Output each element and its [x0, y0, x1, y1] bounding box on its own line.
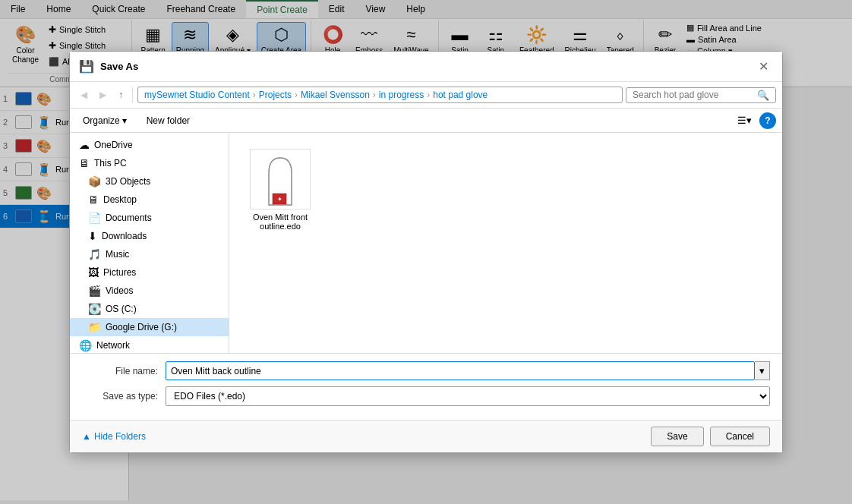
nav-separator: [132, 87, 133, 102]
save-type-row: Save as type: EDO Files (*.edo): [82, 386, 770, 406]
toolbar-row: Organize ▾ New folder ☰▾ ?: [70, 109, 782, 133]
downloads-icon: ⬇: [88, 230, 97, 242]
3d-objects-icon: 📦: [88, 175, 101, 187]
tree-item-downloads[interactable]: ⬇ Downloads: [70, 227, 229, 245]
breadcrumb-sep-3: ›: [373, 90, 376, 100]
filename-label: File name:: [82, 366, 166, 376]
onedrive-icon: ☁: [79, 139, 90, 151]
organize-label: Organize: [83, 115, 120, 126]
file-item-oven-mitt-front[interactable]: ✦ Oven Mitt frontoutline.edo: [238, 142, 322, 238]
oven-mitt-svg: ✦: [257, 152, 303, 206]
view-toggle-button[interactable]: ☰▾: [733, 112, 756, 129]
new-folder-button[interactable]: New folder: [140, 112, 197, 129]
save-button[interactable]: Save: [651, 427, 703, 446]
tree-item-this-pc[interactable]: 🖥 This PC: [70, 154, 229, 172]
breadcrumb-in-progress[interactable]: in progress: [379, 90, 424, 100]
breadcrumb-sep-1: ›: [253, 90, 256, 100]
dialog-close-button[interactable]: ✕: [754, 58, 773, 75]
breadcrumb-projects[interactable]: Projects: [259, 90, 292, 100]
search-icon: 🔍: [757, 90, 769, 101]
search-input[interactable]: [633, 90, 754, 100]
breadcrumb-sep-2: ›: [295, 90, 298, 100]
desktop-label: Desktop: [103, 194, 137, 205]
os-c-icon: 💽: [88, 303, 101, 315]
documents-icon: 📄: [88, 212, 101, 224]
tree-item-3d-objects[interactable]: 📦 3D Objects: [70, 172, 229, 191]
file-tree: ☁ OneDrive 🖥 This PC 📦 3D Objects 🖥 Desk…: [70, 133, 229, 353]
nav-up-button[interactable]: ↑: [114, 87, 128, 103]
documents-label: Documents: [106, 213, 152, 223]
search-box: 🔍: [626, 87, 776, 103]
videos-label: Videos: [106, 285, 133, 296]
tree-item-videos[interactable]: 🎬 Videos: [70, 282, 229, 300]
google-drive-label: Google Drive (G:): [106, 322, 177, 332]
breadcrumb-sep-4: ›: [427, 90, 430, 100]
save-type-select[interactable]: EDO Files (*.edo): [166, 386, 770, 406]
tree-item-documents[interactable]: 📄 Documents: [70, 209, 229, 227]
breadcrumb-mysewnet[interactable]: mySewnet Studio Content: [144, 90, 250, 100]
tree-item-network[interactable]: 🌐 Network: [70, 336, 229, 353]
nav-forward-button[interactable]: ▶: [95, 87, 111, 103]
tree-item-onedrive[interactable]: ☁ OneDrive: [70, 136, 229, 154]
network-icon: 🌐: [79, 339, 92, 351]
filename-input-wrapper: ▾: [166, 361, 770, 380]
nav-bar: ◀ ▶ ↑ mySewnet Studio Content › Projects…: [70, 82, 782, 109]
file-name-oven-mitt: Oven Mitt frontoutline.edo: [253, 213, 308, 231]
dialog-overlay: 💾 Save As ✕ ◀ ▶ ↑ mySewnet Studio Conten…: [0, 0, 852, 500]
hide-folders-label: Hide Folders: [94, 431, 146, 442]
pictures-icon: 🖼: [88, 266, 99, 279]
dialog-title-bar: 💾 Save As ✕: [70, 52, 782, 82]
main-area: 1 🎨 2 🧵 Running Stitch 3 🎨 4 🧵 Running S…: [0, 87, 852, 500]
os-c-label: OS (C:): [106, 304, 137, 314]
breadcrumb-mikael[interactable]: Mikael Svensson: [301, 90, 370, 100]
breadcrumb-bar[interactable]: mySewnet Studio Content › Projects › Mik…: [137, 87, 623, 103]
google-drive-icon: 📁: [88, 321, 101, 333]
3d-objects-label: 3D Objects: [106, 176, 150, 187]
nav-back-button[interactable]: ◀: [76, 87, 92, 103]
help-button[interactable]: ?: [759, 112, 776, 129]
filename-dropdown-button[interactable]: ▾: [755, 361, 770, 380]
hide-folders-button[interactable]: ▲ Hide Folders: [82, 431, 146, 442]
breadcrumb-hot-pad[interactable]: hot pad glove: [433, 90, 488, 100]
onedrive-label: OneDrive: [94, 140, 133, 150]
tree-item-music[interactable]: 🎵 Music: [70, 245, 229, 263]
save-type-label: Save as type:: [82, 391, 166, 402]
this-pc-label: This PC: [94, 158, 127, 169]
dialog-footer: ▲ Hide Folders Save Cancel: [70, 420, 782, 452]
save-as-dialog: 💾 Save As ✕ ◀ ▶ ↑ mySewnet Studio Conten…: [69, 51, 783, 453]
view-controls: ☰▾ ?: [733, 112, 776, 129]
dialog-body: ☁ OneDrive 🖥 This PC 📦 3D Objects 🖥 Desk…: [70, 133, 782, 353]
filename-input[interactable]: [166, 361, 755, 380]
file-view: ✦ Oven Mitt frontoutline.edo: [229, 133, 782, 353]
videos-icon: 🎬: [88, 285, 101, 297]
music-icon: 🎵: [88, 248, 101, 260]
music-label: Music: [106, 249, 129, 260]
tree-item-os-c[interactable]: 💽 OS (C:): [70, 300, 229, 318]
dialog-title-icon: 💾: [79, 59, 94, 74]
desktop-icon: 🖥: [88, 194, 99, 206]
file-thumbnail-oven-mitt: ✦: [250, 149, 311, 209]
footer-buttons: Save Cancel: [651, 427, 770, 446]
dialog-form: File name: ▾ Save as type: EDO Files (*.…: [70, 353, 782, 420]
cancel-button[interactable]: Cancel: [710, 427, 770, 446]
pictures-label: Pictures: [103, 267, 136, 278]
tree-item-pictures[interactable]: 🖼 Pictures: [70, 263, 229, 282]
network-label: Network: [96, 340, 130, 351]
hide-folders-chevron: ▲: [82, 431, 91, 442]
organize-dropdown-icon: ▾: [122, 115, 127, 126]
tree-item-desktop[interactable]: 🖥 Desktop: [70, 191, 229, 209]
save-type-wrapper: EDO Files (*.edo): [166, 386, 770, 406]
new-folder-label: New folder: [147, 115, 190, 126]
filename-row: File name: ▾: [82, 361, 770, 380]
this-pc-icon: 🖥: [79, 157, 90, 169]
dialog-title: Save As: [100, 61, 754, 72]
organize-button[interactable]: Organize ▾: [76, 112, 134, 129]
downloads-label: Downloads: [102, 231, 147, 241]
svg-text:✦: ✦: [277, 196, 282, 203]
tree-item-google-drive[interactable]: 📁 Google Drive (G:): [70, 318, 229, 336]
